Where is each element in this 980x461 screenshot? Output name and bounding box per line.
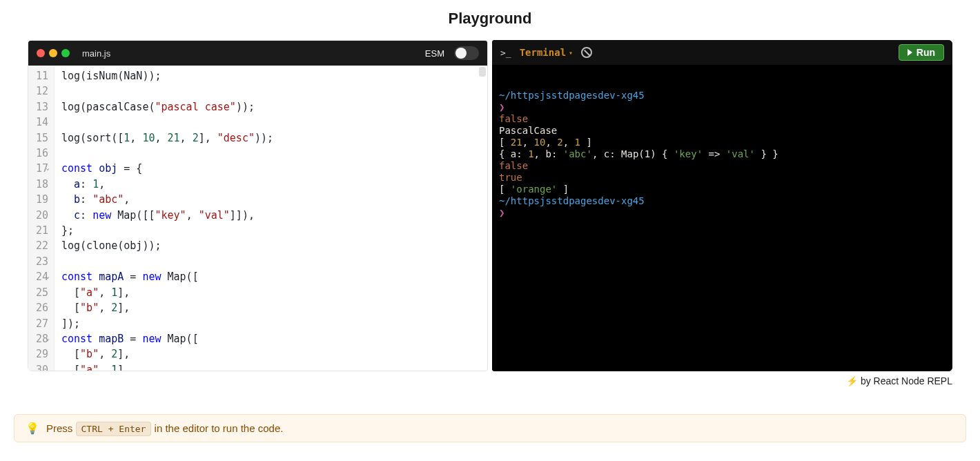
minimize-dot-icon[interactable] bbox=[49, 49, 57, 57]
footer-credit[interactable]: ⚡ by React Node REPL bbox=[0, 371, 980, 386]
editor-code[interactable]: log(isNum(NaN)); log(pascalCase("pascal … bbox=[55, 66, 487, 371]
esm-label: ESM bbox=[425, 48, 444, 59]
terminal-output[interactable]: ~/httpsjsstdpagesdev-xg45 ❯ false Pascal… bbox=[492, 65, 952, 371]
terminal-label[interactable]: Terminal ▾ bbox=[520, 47, 573, 58]
playground-frame: main.js ESM 11 12 13 14 15 16 17⌄ 18 19 … bbox=[28, 40, 952, 371]
maximize-dot-icon[interactable] bbox=[61, 49, 70, 57]
clear-icon[interactable] bbox=[581, 47, 592, 58]
chevron-down-icon: ▾ bbox=[569, 49, 573, 57]
editor-gutter: 11 12 13 14 15 16 17⌄ 18 19 20 21 22 23 … bbox=[28, 66, 55, 371]
close-dot-icon[interactable] bbox=[37, 49, 45, 57]
play-icon bbox=[908, 49, 912, 56]
terminal-titlebar: >_ Terminal ▾ Run bbox=[492, 40, 952, 65]
editor-panel: main.js ESM 11 12 13 14 15 16 17⌄ 18 19 … bbox=[28, 40, 488, 371]
kbd-shortcut: CTRL + Enter bbox=[76, 422, 152, 436]
panels: main.js ESM 11 12 13 14 15 16 17⌄ 18 19 … bbox=[28, 40, 952, 371]
fold-icon[interactable]: ⌄ bbox=[46, 335, 50, 342]
bulb-icon: 💡 bbox=[26, 422, 39, 435]
page-title: Playground bbox=[0, 0, 980, 40]
scrollbar-icon[interactable] bbox=[479, 67, 486, 77]
fold-icon[interactable]: ⌄ bbox=[46, 273, 50, 279]
editor-titlebar: main.js ESM bbox=[28, 41, 487, 66]
terminal-panel: >_ Terminal ▾ Run ~/httpsjsstdpagesdev-x… bbox=[492, 40, 952, 371]
editor-filename: main.js bbox=[82, 48, 110, 59]
esm-toggle[interactable] bbox=[454, 46, 479, 60]
bolt-icon: ⚡ bbox=[846, 375, 858, 386]
run-button[interactable]: Run bbox=[899, 44, 944, 61]
hint-bar: 💡 Press CTRL + Enter in the editor to ru… bbox=[14, 414, 966, 442]
window-dots bbox=[37, 49, 70, 57]
editor-body[interactable]: 11 12 13 14 15 16 17⌄ 18 19 20 21 22 23 … bbox=[28, 66, 487, 371]
prompt-icon: >_ bbox=[500, 48, 511, 58]
fold-icon[interactable]: ⌄ bbox=[46, 165, 50, 171]
